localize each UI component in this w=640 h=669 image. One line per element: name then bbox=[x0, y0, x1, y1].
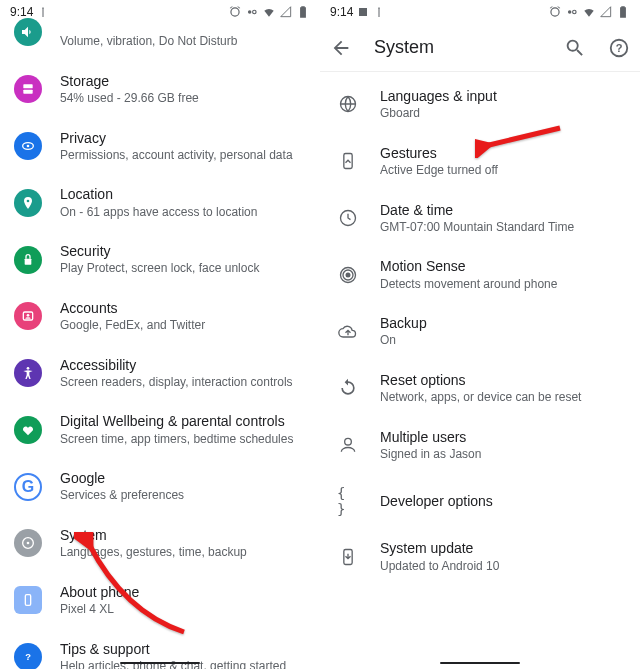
settings-item-accounts[interactable]: AccountsGoogle, FedEx, and Twitter bbox=[0, 288, 320, 345]
settings-main-screen: 9:14 SoundVolume, vibration, Do Not Dist… bbox=[0, 0, 320, 669]
svg-rect-12 bbox=[25, 595, 30, 606]
svg-point-22 bbox=[346, 272, 351, 277]
svg-point-9 bbox=[27, 367, 30, 370]
settings-item-wellbeing[interactable]: Digital Wellbeing & parental controlsScr… bbox=[0, 401, 320, 458]
update-icon bbox=[337, 546, 359, 568]
header: System ? bbox=[320, 24, 640, 72]
motion-icon bbox=[337, 264, 359, 286]
tesla-icon bbox=[37, 6, 49, 18]
nav-handle[interactable] bbox=[120, 662, 200, 665]
wifi-icon bbox=[582, 5, 596, 19]
system-item-languages[interactable]: Languages & inputGboard bbox=[320, 76, 640, 133]
tesla-icon bbox=[373, 6, 385, 18]
nfc-icon bbox=[565, 5, 579, 19]
page-title: System bbox=[374, 37, 542, 58]
svg-point-1 bbox=[253, 10, 257, 14]
settings-item-accessibility[interactable]: AccessibilityScreen readers, display, in… bbox=[0, 345, 320, 402]
accessibility-icon bbox=[14, 359, 42, 387]
alarm-icon bbox=[548, 5, 562, 19]
settings-item-about[interactable]: About phonePixel 4 XL bbox=[0, 572, 320, 629]
globe-icon bbox=[337, 93, 359, 115]
svg-point-11 bbox=[27, 542, 30, 545]
accounts-icon bbox=[14, 302, 42, 330]
about-icon bbox=[14, 586, 42, 614]
settings-list: SoundVolume, vibration, Do Not Disturb S… bbox=[0, 0, 320, 669]
svg-rect-14 bbox=[359, 8, 367, 16]
svg-point-16 bbox=[573, 10, 577, 14]
google-icon: G bbox=[14, 473, 42, 501]
location-icon bbox=[14, 189, 42, 217]
svg-point-15 bbox=[568, 10, 572, 14]
signal-icon bbox=[599, 5, 613, 19]
svg-point-8 bbox=[27, 314, 30, 317]
security-icon bbox=[14, 246, 42, 274]
svg-text:?: ? bbox=[25, 652, 31, 662]
wellbeing-icon bbox=[14, 416, 42, 444]
system-list: Languages & inputGboard GesturesActive E… bbox=[320, 72, 640, 585]
system-item-update[interactable]: System updateUpdated to Android 10 bbox=[320, 528, 640, 585]
status-bar: 9:14 bbox=[320, 0, 640, 24]
clock-icon bbox=[337, 207, 359, 229]
privacy-icon bbox=[14, 132, 42, 160]
system-icon bbox=[14, 529, 42, 557]
settings-item-privacy[interactable]: PrivacyPermissions, account activity, pe… bbox=[0, 118, 320, 175]
svg-rect-6 bbox=[25, 258, 32, 264]
search-button[interactable] bbox=[564, 37, 586, 59]
system-item-backup[interactable]: BackupOn bbox=[320, 303, 640, 360]
system-item-developer[interactable]: { } Developer options bbox=[320, 473, 640, 528]
system-item-reset[interactable]: Reset optionsNetwork, apps, or device ca… bbox=[320, 360, 640, 417]
screenshot-icon bbox=[357, 6, 369, 18]
system-settings-screen: 9:14 System ? Languages & inputGboard Ge… bbox=[320, 0, 640, 669]
svg-point-25 bbox=[345, 438, 352, 445]
system-item-datetime[interactable]: Date & timeGMT-07:00 Mountain Standard T… bbox=[320, 190, 640, 247]
system-item-gestures[interactable]: GesturesActive Edge turned off bbox=[320, 133, 640, 190]
back-button[interactable] bbox=[330, 37, 352, 59]
svg-point-0 bbox=[248, 10, 252, 14]
cloud-icon bbox=[337, 321, 359, 343]
nav-handle[interactable] bbox=[440, 662, 520, 665]
battery-icon bbox=[616, 5, 630, 19]
svg-rect-3 bbox=[23, 90, 32, 94]
settings-item-security[interactable]: SecurityPlay Protect, screen lock, face … bbox=[0, 231, 320, 288]
system-item-motion[interactable]: Motion SenseDetects movement around phon… bbox=[320, 246, 640, 303]
gestures-icon bbox=[337, 150, 359, 172]
help-button[interactable]: ? bbox=[608, 37, 630, 59]
svg-text:?: ? bbox=[616, 41, 623, 53]
settings-item-location[interactable]: LocationOn - 61 apps have access to loca… bbox=[0, 174, 320, 231]
svg-rect-2 bbox=[23, 85, 32, 89]
reset-icon bbox=[337, 377, 359, 399]
settings-item-system[interactable]: SystemLanguages, gestures, time, backup bbox=[0, 515, 320, 572]
status-time: 9:14 bbox=[330, 5, 353, 19]
status-time: 9:14 bbox=[10, 5, 33, 19]
user-icon bbox=[337, 434, 359, 456]
help-icon: ? bbox=[14, 643, 42, 669]
developer-icon: { } bbox=[337, 490, 359, 512]
sound-icon bbox=[14, 18, 42, 46]
storage-icon bbox=[14, 75, 42, 103]
settings-item-storage[interactable]: Storage54% used - 29.66 GB free bbox=[0, 61, 320, 118]
svg-point-5 bbox=[27, 145, 30, 148]
settings-item-google[interactable]: G GoogleServices & preferences bbox=[0, 458, 320, 515]
system-item-users[interactable]: Multiple usersSigned in as Jason bbox=[320, 417, 640, 474]
